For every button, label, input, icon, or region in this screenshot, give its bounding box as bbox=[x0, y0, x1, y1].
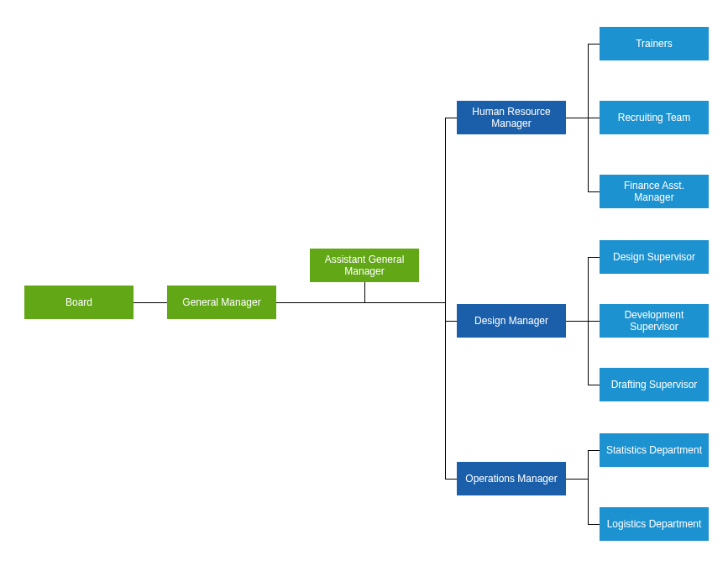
node-label: Recruiting Team bbox=[618, 112, 690, 123]
node-statistics-department[interactable]: Statistics Department bbox=[600, 433, 709, 467]
node-label: Logistics Department bbox=[607, 518, 702, 530]
node-logistics-department[interactable]: Logistics Department bbox=[600, 507, 709, 541]
node-label: Board bbox=[65, 296, 92, 308]
node-design-manager[interactable]: Design Manager bbox=[457, 304, 566, 338]
node-label: Design Supervisor bbox=[613, 251, 695, 263]
node-finance-asst-manager[interactable]: Finance Asst. Manager bbox=[600, 175, 709, 208]
node-label: Human Resource Manager bbox=[462, 106, 561, 130]
node-label: Drafting Supervisor bbox=[611, 379, 698, 390]
node-label: General Manager bbox=[182, 296, 260, 308]
node-design-supervisor[interactable]: Design Supervisor bbox=[600, 240, 709, 274]
node-label: Statistics Department bbox=[606, 444, 702, 456]
node-general-manager[interactable]: General Manager bbox=[167, 286, 276, 319]
node-development-supervisor[interactable]: Development Supervisor bbox=[600, 304, 709, 338]
node-trainers[interactable]: Trainers bbox=[600, 27, 709, 60]
node-label: Trainers bbox=[636, 38, 673, 50]
node-label: Development Supervisor bbox=[605, 309, 704, 333]
connector-lines bbox=[0, 0, 728, 566]
node-recruiting-team[interactable]: Recruiting Team bbox=[600, 101, 709, 134]
node-assistant-general-manager[interactable]: Assistant General Manager bbox=[310, 249, 419, 282]
node-drafting-supervisor[interactable]: Drafting Supervisor bbox=[600, 368, 709, 401]
node-human-resource-manager[interactable]: Human Resource Manager bbox=[457, 101, 566, 134]
node-label: Finance Asst. Manager bbox=[605, 180, 704, 204]
node-operations-manager[interactable]: Operations Manager bbox=[457, 462, 566, 495]
node-label: Design Manager bbox=[474, 315, 548, 327]
node-board[interactable]: Board bbox=[24, 286, 134, 319]
node-label: Operations Manager bbox=[465, 473, 557, 485]
node-label: Assistant General Manager bbox=[315, 254, 414, 278]
